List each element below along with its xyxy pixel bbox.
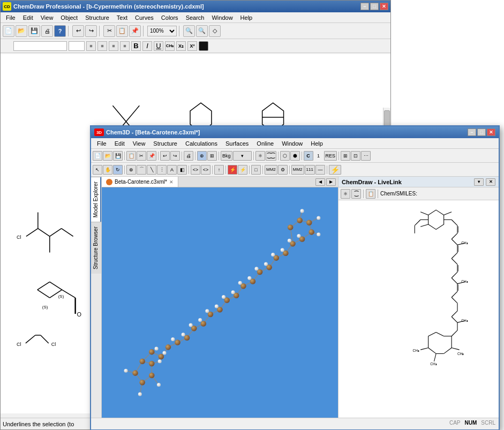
menu-text[interactable]: Text [114,13,131,22]
chem3d-new-btn[interactable]: 📄 [93,151,102,161]
chem3d-bg-btn[interactable]: Bkg [221,151,232,161]
livelink-atom-btn[interactable]: ⚛ [341,189,350,199]
align-center-button[interactable]: ≡ [97,41,107,51]
menu-edit[interactable]: Edit [20,13,36,22]
menu-help[interactable]: Help [237,13,256,22]
chem3d-dashed-btn[interactable]: ⋮ [157,165,167,175]
chem3d-open-btn[interactable]: 📂 [103,151,112,161]
chem3d-rotate-btn[interactable]: ↻ [113,165,123,175]
chem3d-snap-btn[interactable]: ⊡ [351,151,360,161]
chem3d-res-btn[interactable]: RES [324,151,337,161]
chem3d-curve-btn[interactable]: ⌒ [137,165,146,175]
chem3d-eraser-btn[interactable]: ◧ [177,165,187,175]
subscript-chem-button[interactable]: CH₂ [165,41,175,51]
help-button[interactable]: ? [54,25,66,37]
chem3d-save-btn[interactable]: 💾 [113,151,123,161]
subscript-button[interactable]: X₂ [176,41,186,51]
livelink-bond-btn[interactable]: ⁐ [351,189,361,199]
superscript-button[interactable]: X² [187,41,197,51]
tab-scroll-right[interactable]: ▶ [326,178,336,186]
tab-scroll-left[interactable]: ◀ [315,178,325,186]
chem3d-color-dropdown[interactable]: ▾ [233,151,252,161]
chem3d-menu-surfaces[interactable]: Surfaces [222,139,252,148]
lasso-button[interactable]: ◇ [209,25,221,37]
beta-carotene-tab[interactable]: Beta-Carotene.c3xml* ✕ [102,177,178,187]
chem3d-mm2b-btn[interactable]: MM2 [291,165,304,175]
chemdraw-minimize-button[interactable]: − [360,3,369,10]
chem3d-cut-btn[interactable]: ✂ [137,151,146,161]
open-button[interactable]: 📂 [16,25,27,37]
chem3d-trans-btn[interactable]: ⊕ [126,165,136,175]
chem3d-measure-btn[interactable]: C [304,151,313,161]
zoom-out-button[interactable]: 🔍 [196,25,208,37]
chem3d-bond-btn[interactable]: ⊞ [207,151,217,161]
bold-button[interactable]: B [131,41,141,51]
chem3d-close-button[interactable]: ✕ [487,129,495,136]
livelink-pin-button[interactable]: ▾ [474,178,484,186]
chem3d-hand-btn[interactable]: ✋ [103,165,112,175]
chem3d-text-btn[interactable]: A [167,165,177,175]
chem3d-marker-btn[interactable]: <> [191,165,200,175]
chem3d-marker2-btn[interactable]: <> [201,165,210,175]
livelink-copy-btn[interactable]: 📋 [366,189,375,199]
chemdraw-maximize-button[interactable]: □ [370,3,379,10]
chem3d-menu-calculations[interactable]: Calculations [182,139,221,148]
paste-button[interactable]: 📌 [129,25,141,37]
chem3d-menu-online[interactable]: Online [253,139,277,148]
chem3d-export-btn[interactable]: ⬡ [280,151,290,161]
underline-button[interactable]: U [154,41,163,51]
font-size-input[interactable] [69,41,85,51]
cut-button[interactable]: ✂ [103,25,115,37]
chem3d-grid-btn[interactable]: ⊞ [341,151,350,161]
zoom-select[interactable]: 50% 75% 100% 150% 200% [147,26,177,36]
chem3d-arrow-btn[interactable]: ↖ [93,165,102,175]
chem3d-menu-window[interactable]: Window [278,139,306,148]
structure-browser-tab[interactable]: Structure Browser [91,222,101,274]
menu-window[interactable]: Window [208,13,236,22]
chem3d-menu-help[interactable]: Help [307,139,327,148]
chem3d-box-btn[interactable]: □ [251,165,261,175]
font-name-input[interactable] [13,41,67,51]
chem3d-undo-btn[interactable]: ↩ [160,151,170,161]
align-right-button[interactable]: ≡ [109,41,118,51]
chem3d-redo-btn[interactable]: ↪ [170,151,180,161]
copy-button[interactable]: 📋 [116,25,128,37]
menu-structure[interactable]: Structure [82,13,112,22]
menu-file[interactable]: File [3,13,19,22]
align-justify-button[interactable]: ≡ [120,41,130,51]
chem3d-numbers-btn[interactable]: 111 [305,165,315,175]
chem3d-minimize-button[interactable]: − [468,129,476,136]
chem3d-mm2-btn[interactable]: MM2 [265,165,277,175]
chem3d-menu-structure[interactable]: Structure [149,139,181,148]
model-explorer-tab[interactable]: Model Explorer [91,177,101,222]
italic-button[interactable]: I [142,41,152,51]
menu-curves[interactable]: Curves [132,13,157,22]
chem3d-menu-edit[interactable]: Edit [111,139,129,148]
print-button[interactable]: 🖨 [41,25,53,37]
chem3d-viewport[interactable] [102,187,338,418]
chem3d-paste-btn[interactable]: 📌 [147,151,156,161]
livelink-close-button[interactable]: ✕ [486,178,495,186]
chem3d-up-btn[interactable]: ↑ [214,165,224,175]
chem3d-bond2-btn[interactable]: ⁐⁐ [266,151,276,161]
chemdraw-close-button[interactable]: ✕ [380,3,388,10]
chem3d-copy-btn[interactable]: 📋 [126,151,136,161]
chem3d-atom-btn[interactable]: ⚛ [255,151,265,161]
redo-button[interactable]: ↪ [85,25,97,37]
align-left-button[interactable]: ≡ [86,41,96,51]
chem3d-anim2-btn[interactable]: ⚡ [238,165,247,175]
chem3d-forcefield-btn[interactable]: ⚙ [278,165,288,175]
color-swatch[interactable] [199,41,208,51]
new-button[interactable]: 📄 [3,25,14,37]
chem3d-more-btn[interactable]: ⋯ [361,151,371,161]
menu-object[interactable]: Object [57,13,81,22]
zoom-in-button[interactable]: 🔍 [183,25,195,37]
chem3d-menu-file[interactable]: File [93,139,110,148]
chem3d-dash-btn[interactable]: — [315,165,325,175]
tab-close-button[interactable]: ✕ [169,179,174,185]
chem3d-import-btn[interactable]: ⬢ [290,151,300,161]
chem3d-lightning-btn[interactable]: ⚡ [329,165,341,175]
undo-button[interactable]: ↩ [72,25,84,37]
save-button[interactable]: 💾 [28,25,40,37]
chem3d-anim-btn[interactable]: ⚡ [228,165,237,175]
